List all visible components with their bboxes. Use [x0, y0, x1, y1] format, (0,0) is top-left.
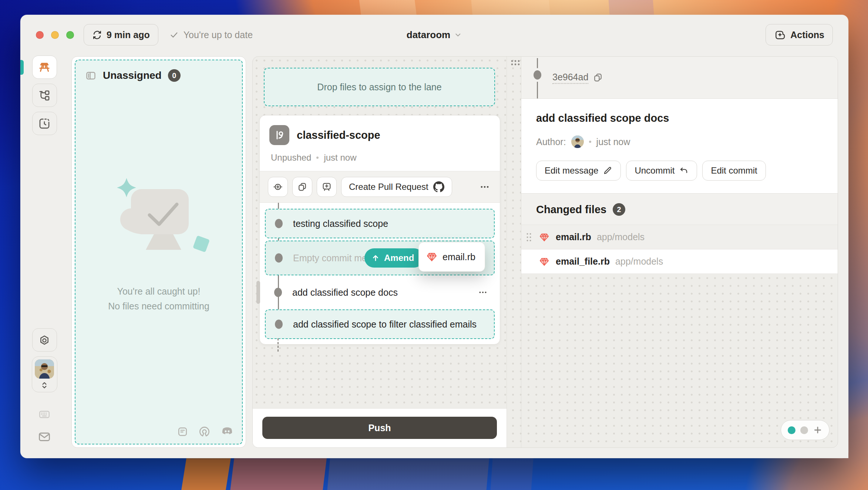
dragged-file-ghost[interactable]: email.rb: [418, 242, 485, 272]
file-row-email-rb[interactable]: email.rb app/models: [521, 225, 838, 249]
chevron-down-icon: [454, 31, 462, 39]
commit-hash-link[interactable]: 3e964ad: [552, 71, 603, 84]
check-icon: [169, 30, 179, 40]
zoom-button[interactable]: [66, 31, 74, 39]
actions-label: Actions: [790, 30, 824, 40]
mail-icon: [37, 430, 52, 443]
stacks-viewport: Drop files to assign to the lane: [252, 56, 838, 448]
commit-message: add classified scope to filter classifie…: [293, 319, 477, 330]
commit-row[interactable]: add classified scope to filter classifie…: [265, 309, 495, 339]
close-button[interactable]: [36, 31, 44, 39]
add-stack-button[interactable]: [813, 425, 822, 435]
commit-row-selected[interactable]: add classified scope docs: [265, 278, 495, 307]
settings-button[interactable]: [32, 328, 57, 352]
empty-state: You're all caught up! No files need comm…: [75, 171, 242, 313]
commit-list: testing classified scope Empty commit me…: [260, 203, 500, 351]
discord-icon[interactable]: [221, 426, 234, 437]
user-avatar: [35, 359, 54, 379]
commit-menu-button[interactable]: [478, 287, 488, 298]
commit-dot: [275, 320, 283, 329]
file-drag-handle[interactable]: [526, 232, 532, 242]
lane-toolbar: Create Pull Request: [260, 171, 500, 203]
open-source-icon[interactable]: [198, 426, 211, 438]
commit-title: add classified scope docs: [536, 112, 823, 124]
actions-button[interactable]: Actions: [766, 24, 833, 46]
edit-message-label: Edit message: [545, 165, 598, 176]
feedback-button[interactable]: [37, 430, 52, 443]
amend-button[interactable]: Amend: [364, 248, 424, 268]
stack-dot-inactive[interactable]: [800, 426, 808, 434]
lane-drag-handle-icon[interactable]: [511, 60, 520, 66]
file-row-email-file-rb[interactable]: email_file.rb app/models: [521, 249, 838, 274]
changed-files-count-badge: 2: [613, 203, 625, 216]
app-window: 9 min ago You're up to date dataroom Act…: [20, 15, 848, 458]
commit-message: testing classified scope: [293, 218, 388, 229]
commit-dot: [534, 70, 541, 80]
arrow-up-icon: [371, 254, 380, 262]
sidebar-item-branches[interactable]: [32, 84, 57, 107]
branch-status: Unpushed: [271, 152, 311, 163]
caught-up-illustration: [98, 171, 220, 271]
amend-label: Amend: [384, 253, 414, 263]
minimize-button[interactable]: [51, 31, 59, 39]
project-switcher[interactable]: dataroom: [407, 29, 462, 41]
file-path: app/models: [615, 256, 663, 267]
sidebar-item-workspace[interactable]: [32, 56, 57, 79]
branch-time: just now: [324, 152, 356, 163]
gear-icon: [38, 334, 51, 346]
branch-meta: Unpushed just now: [271, 152, 490, 163]
push-button[interactable]: Push: [262, 417, 497, 439]
author-row: Author: just now: [536, 135, 823, 148]
uncommit-button[interactable]: Uncommit: [626, 161, 697, 181]
create-pull-request-button[interactable]: Create Pull Request: [341, 177, 452, 197]
commit-dot: [275, 219, 283, 228]
empty-state-text: You're all caught up! No files need comm…: [75, 284, 242, 313]
commit-target-button[interactable]: [268, 177, 288, 197]
lane-classified-scope: Drop files to assign to the lane: [253, 57, 507, 447]
commit-message: add classified scope docs: [292, 287, 398, 298]
commit-drag-handle[interactable]: [256, 281, 260, 304]
dragged-file-name: email.rb: [443, 252, 475, 262]
commit-row-amend-target[interactable]: Empty commit message Amend: [265, 241, 495, 275]
commit-row[interactable]: testing classified scope: [265, 209, 495, 238]
edit-commit-button[interactable]: Edit commit: [702, 161, 766, 181]
traffic-lights: [36, 31, 74, 39]
clock-history-icon: [38, 117, 51, 130]
edit-commit-label: Edit commit: [711, 165, 757, 176]
branch-name[interactable]: classified-scope: [297, 129, 380, 141]
desktop: { "titlebar": { "sync_label": "9 min ago…: [0, 0, 868, 490]
profile-switcher[interactable]: [32, 356, 57, 392]
workspace: Unassigned 0 You're all caught up!: [68, 55, 848, 458]
sidebar-item-history[interactable]: [32, 112, 57, 135]
columns-icon: [85, 70, 97, 81]
separator-dot: [316, 157, 319, 159]
commit-details-card: 3e964ad add classified scope docs: [521, 57, 838, 447]
commit-hash: 3e964ad: [552, 71, 588, 84]
branch-card: classified-scope Unpushed just now: [259, 115, 500, 345]
copy-icon: [593, 73, 603, 83]
author-label: Author:: [536, 137, 566, 147]
sync-button[interactable]: 9 min ago: [84, 24, 158, 46]
copy-branch-button[interactable]: [292, 177, 312, 197]
changed-files-header: Changed files 2: [521, 194, 838, 225]
branch-menu-button[interactable]: [478, 180, 492, 194]
unassigned-panel: Unassigned 0 You're all caught up!: [71, 56, 246, 448]
uncommit-label: Uncommit: [635, 165, 674, 176]
undo-icon: [679, 166, 689, 175]
unassigned-drop-target[interactable]: Unassigned 0 You're all caught up!: [75, 60, 243, 444]
edit-message-button[interactable]: Edit message: [536, 161, 621, 181]
commit-details-header: 3e964ad: [521, 57, 838, 99]
stack-dot-active[interactable]: [788, 426, 795, 434]
add-dependent-branch-button[interactable]: [317, 177, 337, 197]
create-pr-label: Create Pull Request: [349, 182, 428, 192]
ruby-icon: [539, 232, 549, 242]
lane-dropzone[interactable]: Drop files to assign to the lane: [264, 68, 495, 106]
branch-icon: [269, 125, 289, 145]
docs-icon[interactable]: [177, 426, 188, 437]
keyboard-shortcuts-button[interactable]: [37, 408, 51, 420]
commit-actions: Edit message Uncommit: [536, 161, 823, 181]
push-bar: Push: [253, 408, 507, 447]
app-body: Unassigned 0 You're all caught up!: [20, 55, 848, 458]
empty-line2: No files need committing: [75, 299, 242, 313]
ruby-icon: [426, 251, 437, 262]
